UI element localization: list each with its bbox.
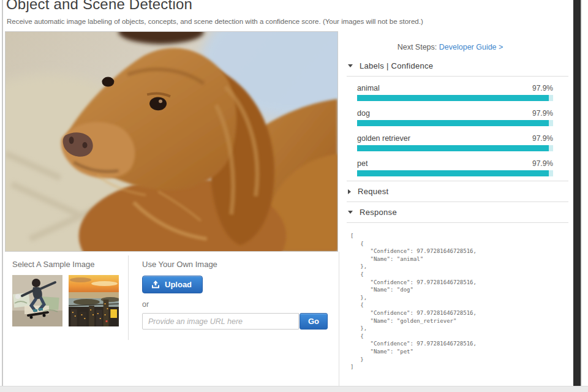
confidence-bar-track [357, 170, 553, 176]
label-percent: 97.9% [532, 134, 553, 143]
own-image-heading: Use Your Own Image [142, 260, 339, 269]
go-button[interactable]: Go [300, 313, 328, 330]
sample-image-section: Select A Sample Image [3, 252, 128, 386]
divider [347, 76, 568, 77]
preview-image-golden-retriever [5, 31, 338, 252]
confidence-bar-track [357, 145, 553, 151]
sample-thumbnail-skateboarder[interactable] [12, 275, 62, 326]
label-percent: 97.9% [532, 109, 553, 118]
or-label: or [142, 300, 339, 309]
label-percent: 97.9% [532, 84, 553, 92]
confidence-bar-track [357, 95, 553, 101]
label-name: dog [357, 109, 370, 118]
label-name: golden retriever [357, 134, 410, 143]
label-row-animal: animal 97.9% [357, 84, 553, 101]
own-image-section: Use Your Own Image Upload or G [129, 252, 339, 386]
results-panel: Next Steps: Developer Guide > Labels | C… [339, 31, 573, 386]
labels-section-title: Labels | Confidence [360, 61, 433, 70]
frame-right-edge [573, 0, 581, 391]
labels-section-header[interactable]: Labels | Confidence [347, 56, 568, 76]
collapse-arrow-icon [348, 64, 353, 67]
frame-left-edge [2, 0, 3, 386]
label-row-dog: dog 97.9% [357, 109, 553, 126]
page-viewport: Object and Scene Detection Receive autom… [3, 0, 573, 386]
confidence-bar-fill [357, 145, 549, 151]
page-header: Object and Scene Detection Receive autom… [3, 0, 573, 25]
request-section-title: Request [358, 187, 389, 196]
next-steps-label: Next Steps: [398, 43, 437, 51]
sample-section-heading: Select A Sample Image [12, 260, 128, 269]
developer-guide-link[interactable]: Developer Guide > [439, 43, 503, 51]
label-row-pet: pet 97.9% [357, 159, 553, 176]
response-section-header[interactable]: Response [347, 202, 568, 222]
frame-bottom-edge [0, 386, 588, 392]
expand-arrow-icon [348, 189, 351, 194]
upload-button[interactable]: Upload [142, 276, 203, 293]
response-json: [ { "Confidence": 97.97281646728516, "Na… [350, 232, 568, 371]
label-name: pet [357, 159, 368, 168]
confidence-bar-fill [357, 95, 549, 101]
collapse-arrow-icon [348, 211, 353, 214]
label-name: animal [357, 84, 380, 92]
confidence-bar-track [357, 120, 553, 126]
sample-thumbnail-city-skyline[interactable] [69, 275, 119, 326]
divider [347, 222, 568, 223]
upload-button-label: Upload [165, 280, 192, 289]
page-subtitle: Receive automatic image labeling of obje… [7, 18, 573, 25]
response-section-title: Response [360, 208, 397, 217]
label-row-golden-retriever: golden retriever 97.9% [357, 134, 553, 151]
label-percent: 97.9% [532, 159, 553, 168]
next-steps: Next Steps: Developer Guide > [347, 43, 568, 51]
upload-icon [151, 281, 160, 288]
image-url-input[interactable] [142, 313, 299, 330]
confidence-bar-fill [357, 170, 549, 176]
request-section-header[interactable]: Request [347, 181, 568, 202]
confidence-list: animal 97.9% dog 97.9% [357, 84, 553, 176]
page-title: Object and Scene Detection [6, 0, 573, 13]
confidence-bar-fill [357, 120, 549, 126]
